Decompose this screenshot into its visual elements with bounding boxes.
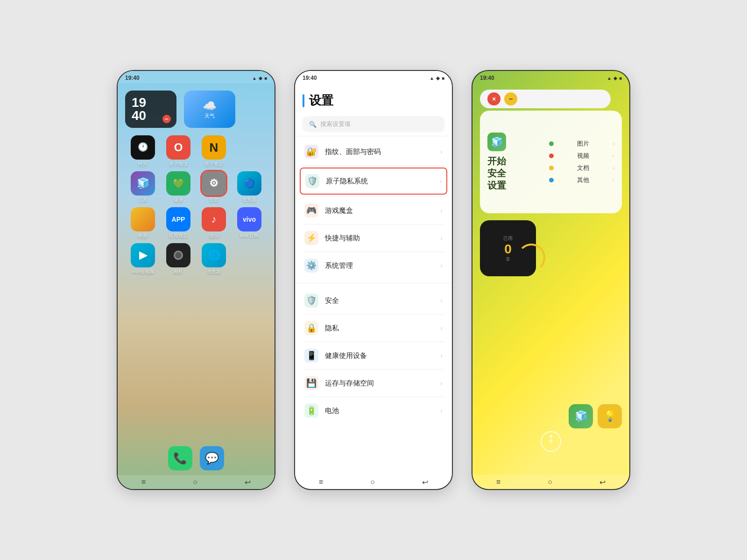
app-label-music: i音乐 bbox=[209, 233, 219, 239]
app-item-transformer[interactable]: 🔵 变形器 bbox=[233, 171, 266, 203]
app-item-tools[interactable]: 🧊 工具 bbox=[127, 171, 159, 203]
menu-dot-video bbox=[549, 154, 554, 158]
nav-back-icon-2[interactable]: ↩ bbox=[422, 478, 428, 487]
nav-bar-phone3: ≡ ○ ↩ bbox=[472, 475, 629, 489]
app-label-files: 相册 bbox=[138, 233, 148, 239]
phone3-frame: 19:40 ▲ ◆ ■ × − 🧊 开始安全设置 bbox=[472, 70, 630, 490]
app-icon-health: 💚 bbox=[166, 171, 190, 196]
storage-widget: 已用 0 B bbox=[480, 220, 536, 276]
storage-icon: 💾 bbox=[304, 376, 318, 390]
app-item-music[interactable]: ♪ i音乐 bbox=[197, 207, 230, 239]
menu-label-docs: 文档 bbox=[577, 164, 589, 172]
menu-item-other[interactable]: 其他 › bbox=[549, 176, 614, 184]
switcher-page: × − 🧊 开始安全设置 图片 › 视频 › bbox=[472, 85, 629, 475]
app-grid: 🕐 时间 O 原子阅读 N 原子笔记 🧊 bbox=[121, 135, 271, 275]
status-time-phone3: 19:40 bbox=[480, 75, 494, 81]
clock-pen-icon: ✏ bbox=[162, 115, 171, 123]
nav-back-icon-3[interactable]: ↩ bbox=[599, 478, 606, 487]
storage-unit: B bbox=[507, 257, 510, 262]
nav-bar-phone1: ≡ ○ ↩ bbox=[118, 475, 275, 489]
app-item-camera[interactable]: 相机 bbox=[162, 243, 195, 275]
app-icon-browser: 🌐 bbox=[202, 243, 226, 267]
app-item-vivovideo[interactable]: ▶ vivo短视频 bbox=[127, 243, 159, 275]
menu-arrow-docs: › bbox=[613, 165, 614, 171]
menu-item-photos[interactable]: 图片 › bbox=[549, 140, 614, 148]
search-bar[interactable]: 🔍 搜索设置项 bbox=[303, 116, 444, 132]
settings-item-battery[interactable]: 🔋 电池 › bbox=[295, 397, 452, 424]
weather-widget[interactable]: ☁️ 天气 bbox=[184, 91, 235, 128]
search-icon: 🔍 bbox=[309, 121, 317, 128]
security-icon: 🛡️ bbox=[304, 294, 318, 308]
settings-item-fingerprint[interactable]: 🔐 指纹、面部与密码 › bbox=[295, 138, 452, 165]
system-icon: ⚙️ bbox=[304, 259, 318, 273]
settings-item-privacy[interactable]: 🔒 隐私 › bbox=[295, 315, 452, 342]
nav-menu-icon-3[interactable]: ≡ bbox=[496, 478, 500, 486]
settings-label-system: 系统管理 bbox=[325, 261, 440, 270]
app-label-notes: 原子笔记 bbox=[204, 161, 223, 168]
nav-back-icon[interactable]: ↩ bbox=[245, 478, 251, 487]
storage-ring bbox=[517, 244, 545, 272]
app-label-appstore: 应用商店 bbox=[169, 233, 188, 239]
app-item-vivo[interactable]: vivo vivo 官网 bbox=[233, 207, 266, 239]
arrow-security: › bbox=[440, 297, 443, 304]
app-item-appstore[interactable]: APP 应用商店 bbox=[162, 207, 195, 239]
settings-label-storage: 运存与存储空间 bbox=[325, 379, 440, 388]
divider-2 bbox=[303, 165, 444, 166]
dock-phone[interactable]: 📞 bbox=[168, 446, 192, 470]
settings-item-game[interactable]: 🎮 游戏魔盒 › bbox=[295, 197, 452, 224]
settings-label-shortcut: 快捷与辅助 bbox=[325, 234, 440, 243]
title-accent-bar bbox=[303, 94, 304, 107]
card-menu: 图片 › 视频 › 文档 › 其他 › bbox=[549, 118, 614, 206]
switcher-app-icon-1[interactable]: 🧊 bbox=[569, 404, 593, 428]
app-item-browser[interactable]: 🌐 浏览器 bbox=[197, 243, 230, 275]
settings-item-privacy-system[interactable]: 🛡️ 原子隐私系统 › bbox=[301, 168, 446, 194]
settings-item-security[interactable]: 🛡️ 安全 › bbox=[295, 287, 452, 314]
status-bar-phone3: 19:40 ▲ ◆ ■ bbox=[472, 71, 629, 83]
dock-messages[interactable]: 💬 bbox=[200, 446, 224, 470]
arrow-privacy-system: › bbox=[439, 177, 442, 185]
settings-item-health-device[interactable]: 📱 健康使用设备 › bbox=[295, 342, 452, 369]
controls-bar: × − bbox=[480, 90, 611, 108]
nav-menu-icon-2[interactable]: ≡ bbox=[319, 478, 323, 486]
arrow-system: › bbox=[440, 262, 443, 269]
app-item-settings[interactable]: ⚙ 设置 bbox=[197, 171, 230, 203]
arrow-health-device: › bbox=[440, 352, 443, 359]
nav-home-icon[interactable]: ○ bbox=[193, 478, 197, 486]
menu-arrow-other: › bbox=[613, 177, 614, 183]
app-item-reader[interactable]: O 原子阅读 bbox=[162, 135, 195, 168]
app-item-notes[interactable]: N 原子笔记 bbox=[197, 135, 230, 168]
app-icon-files bbox=[131, 207, 155, 231]
minimize-button[interactable]: − bbox=[504, 92, 517, 105]
app-label-vivovideo: vivo短视频 bbox=[132, 269, 154, 275]
app-icon-camera bbox=[166, 243, 190, 267]
weather-label: 天气 bbox=[204, 112, 215, 119]
menu-dot-other bbox=[549, 178, 554, 182]
highlighted-item-wrapper: 🛡️ 原子隐私系统 › bbox=[300, 168, 447, 195]
fingerprint-icon: 🔐 bbox=[304, 145, 318, 159]
status-bar-phone1: 19:40 ▲ ◆ ■ bbox=[118, 71, 275, 83]
status-icons-phone2: ▲ ◆ ■ bbox=[430, 76, 444, 81]
add-button[interactable]: + bbox=[541, 431, 561, 452]
nav-home-icon-2[interactable]: ○ bbox=[370, 478, 375, 486]
app-item-time[interactable]: 🕐 时间 bbox=[127, 135, 159, 168]
menu-dot-photos bbox=[549, 141, 554, 146]
app-item-files[interactable]: 相册 bbox=[127, 207, 159, 239]
settings-item-shortcut[interactable]: ⚡ 快捷与辅助 › bbox=[295, 224, 452, 252]
arrow-battery: › bbox=[440, 407, 443, 414]
menu-label-video: 视频 bbox=[577, 152, 589, 160]
settings-item-system[interactable]: ⚙️ 系统管理 › bbox=[295, 252, 452, 279]
app-icon-time: 🕐 bbox=[131, 135, 155, 160]
arrow-shortcut: › bbox=[440, 234, 443, 242]
nav-menu-icon[interactable]: ≡ bbox=[141, 478, 146, 486]
settings-item-storage[interactable]: 💾 运存与存储空间 › bbox=[295, 370, 452, 397]
menu-item-docs[interactable]: 文档 › bbox=[549, 164, 614, 172]
settings-label-health-device: 健康使用设备 bbox=[325, 351, 440, 360]
switcher-app-icon-2[interactable]: 💡 bbox=[598, 404, 622, 428]
divider-section bbox=[295, 283, 452, 283]
card-title: 🧊 开始安全设置 bbox=[487, 118, 543, 206]
settings-label-battery: 电池 bbox=[325, 406, 440, 415]
app-item-health[interactable]: 💚 健康 bbox=[162, 171, 195, 203]
nav-home-icon-3[interactable]: ○ bbox=[548, 478, 552, 486]
menu-item-video[interactable]: 视频 › bbox=[549, 152, 614, 160]
close-button[interactable]: × bbox=[487, 92, 500, 105]
